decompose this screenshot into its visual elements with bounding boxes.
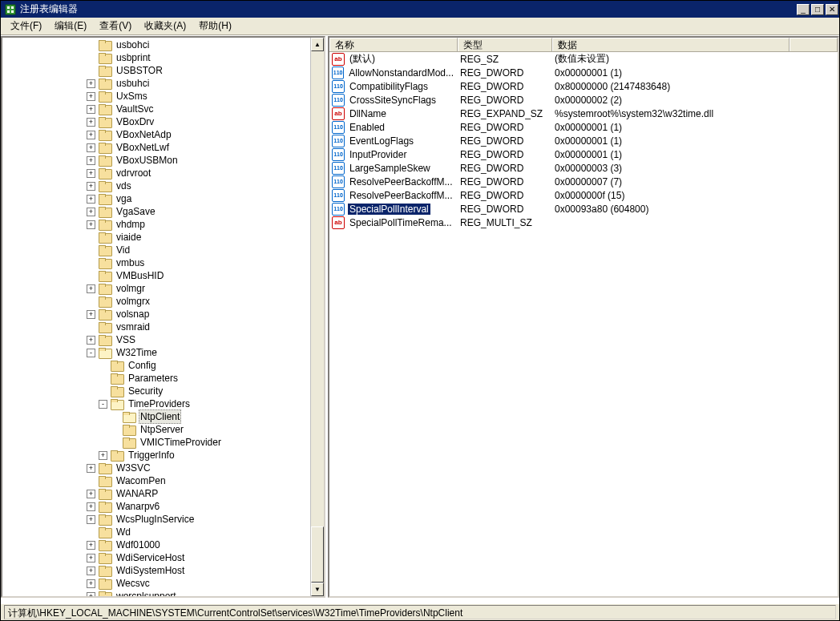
list-row[interactable]: 110CrossSiteSyncFlagsREG_DWORD0x00000002… xyxy=(329,93,838,107)
list-body[interactable]: ab(默认)REG_SZ(数值未设置)110AllowNonstandardMo… xyxy=(329,52,838,229)
list-row[interactable]: 110ResolvePeerBackoffM...REG_DWORD0x0000… xyxy=(329,188,838,202)
expand-icon[interactable]: + xyxy=(87,567,95,575)
expand-icon[interactable]: + xyxy=(87,336,95,345)
tree-item[interactable]: vsmraid xyxy=(2,321,324,333)
tree-item[interactable]: +volmgr xyxy=(2,282,324,295)
expand-icon[interactable]: + xyxy=(87,515,95,524)
menu-item[interactable]: 编辑(E) xyxy=(48,18,93,34)
expand-icon[interactable]: + xyxy=(99,451,107,460)
list-row[interactable]: 110SpecialPollIntervalREG_DWORD0x00093a8… xyxy=(329,202,838,216)
list-row[interactable]: abDllNameREG_EXPAND_SZ%systemroot%\syste… xyxy=(329,107,838,120)
expand-icon[interactable]: + xyxy=(87,592,95,597)
expand-icon[interactable]: + xyxy=(87,502,95,511)
collapse-icon[interactable]: - xyxy=(87,349,95,357)
expand-icon[interactable]: + xyxy=(87,105,95,114)
scroll-thumb[interactable] xyxy=(311,526,324,583)
list-row[interactable]: 110LargeSampleSkewREG_DWORD0x00000003 (3… xyxy=(329,161,838,175)
expand-icon[interactable]: + xyxy=(87,118,95,127)
tree-item[interactable]: +VBoxNetLwf xyxy=(2,141,324,154)
expand-icon[interactable]: + xyxy=(87,208,95,216)
tree-item[interactable]: +VBoxNetAdp xyxy=(2,128,324,141)
column-header[interactable]: 名称 xyxy=(329,38,458,51)
tree-item[interactable]: NtpServer xyxy=(2,423,324,436)
tree-item[interactable]: +WANARP xyxy=(2,487,324,500)
tree-item[interactable]: usbprint xyxy=(2,51,324,64)
tree-item[interactable]: +WdiSystemHost xyxy=(2,564,324,577)
tree-item[interactable]: +volsnap xyxy=(2,308,324,321)
expand-icon[interactable]: + xyxy=(87,310,95,319)
maximize-button[interactable]: □ xyxy=(811,4,824,15)
expand-icon[interactable]: + xyxy=(87,490,95,498)
tree-item[interactable]: VMBusHID xyxy=(2,269,324,282)
list-pane[interactable]: 名称类型数据 ab(默认)REG_SZ(数值未设置)110AllowNonsta… xyxy=(328,36,839,598)
expand-icon[interactable]: + xyxy=(87,541,95,550)
tree-pane[interactable]: usbohciusbprintUSBSTOR+usbuhci+UxSms+Vau… xyxy=(1,36,325,598)
tree-scrollbar[interactable]: ▲ ▼ xyxy=(310,38,324,596)
tree-item[interactable]: NtpClient xyxy=(2,410,324,423)
tree-item[interactable]: +WdiServiceHost xyxy=(2,551,324,564)
tree-item[interactable]: vmbus xyxy=(2,256,324,269)
menu-item[interactable]: 查看(V) xyxy=(93,18,138,34)
tree-item[interactable]: -TimeProviders xyxy=(2,397,324,410)
tree-item[interactable]: +UxSms xyxy=(2,90,324,103)
expand-icon[interactable]: + xyxy=(87,169,95,178)
tree-item[interactable]: +VgaSave xyxy=(2,205,324,218)
tree-item[interactable]: +TriggerInfo xyxy=(2,449,324,462)
list-row[interactable]: 110CompatibilityFlagsREG_DWORD0x80000000… xyxy=(329,79,838,93)
tree[interactable]: usbohciusbprintUSBSTOR+usbuhci+UxSms+Vau… xyxy=(2,38,324,596)
tree-item[interactable]: viaide xyxy=(2,231,324,244)
tree-item[interactable]: +VaultSvc xyxy=(2,103,324,115)
expand-icon[interactable]: + xyxy=(87,464,95,473)
tree-item[interactable]: +VSS xyxy=(2,333,324,346)
list-row[interactable]: 110EnabledREG_DWORD0x00000001 (1) xyxy=(329,120,838,134)
expand-icon[interactable]: + xyxy=(87,92,95,101)
tree-item[interactable]: Vid xyxy=(2,244,324,256)
menu-item[interactable]: 收藏夹(A) xyxy=(138,18,192,34)
list-row[interactable]: 110EventLogFlagsREG_DWORD0x00000001 (1) xyxy=(329,134,838,147)
tree-item[interactable]: -W32Time xyxy=(2,346,324,359)
tree-item[interactable]: +wercplsupport xyxy=(2,590,324,596)
menu-item[interactable]: 文件(F) xyxy=(4,18,48,34)
column-header[interactable]: 类型 xyxy=(458,38,552,51)
tree-item[interactable]: +vhdmp xyxy=(2,218,324,231)
expand-icon[interactable]: + xyxy=(87,195,95,204)
scroll-up-button[interactable]: ▲ xyxy=(311,38,324,51)
tree-item[interactable]: Parameters xyxy=(2,372,324,385)
tree-item[interactable]: +vds xyxy=(2,179,324,192)
expand-icon[interactable]: + xyxy=(87,79,95,88)
tree-item[interactable]: VMICTimeProvider xyxy=(2,436,324,449)
expand-icon[interactable]: + xyxy=(87,131,95,139)
expand-icon[interactable]: + xyxy=(87,579,95,588)
tree-item[interactable]: +vga xyxy=(2,192,324,205)
tree-item[interactable]: Wd xyxy=(2,526,324,538)
tree-item[interactable]: +Wdf01000 xyxy=(2,538,324,551)
tree-item[interactable]: WacomPen xyxy=(2,474,324,487)
tree-item[interactable]: USBSTOR xyxy=(2,64,324,77)
tree-item[interactable]: +Wecsvc xyxy=(2,577,324,590)
minimize-button[interactable]: _ xyxy=(797,4,810,15)
expand-icon[interactable]: + xyxy=(87,156,95,165)
expand-icon[interactable]: + xyxy=(87,284,95,293)
expand-icon[interactable]: + xyxy=(87,143,95,152)
expand-icon[interactable]: + xyxy=(87,554,95,563)
column-header[interactable]: 数据 xyxy=(552,38,790,51)
list-row[interactable]: 110InputProviderREG_DWORD0x00000001 (1) xyxy=(329,147,838,161)
menu-item[interactable]: 帮助(H) xyxy=(192,18,238,34)
expand-icon[interactable]: + xyxy=(87,182,95,191)
scroll-down-button[interactable]: ▼ xyxy=(311,583,324,596)
tree-item[interactable]: usbohci xyxy=(2,38,324,51)
tree-item[interactable]: +Wanarpv6 xyxy=(2,500,324,513)
tree-item[interactable]: +W3SVC xyxy=(2,462,324,474)
list-row[interactable]: ab(默认)REG_SZ(数值未设置) xyxy=(329,52,838,66)
tree-item[interactable]: Config xyxy=(2,359,324,372)
list-row[interactable]: 110ResolvePeerBackoffM...REG_DWORD0x0000… xyxy=(329,175,838,188)
tree-item[interactable]: volmgrx xyxy=(2,295,324,308)
tree-item[interactable]: Security xyxy=(2,385,324,397)
collapse-icon[interactable]: - xyxy=(99,400,107,409)
tree-item[interactable]: +VBoxUSBMon xyxy=(2,154,324,167)
list-row[interactable]: 110AllowNonstandardMod...REG_DWORD0x0000… xyxy=(329,66,838,79)
tree-item[interactable]: +vdrvroot xyxy=(2,167,324,179)
tree-item[interactable]: +usbuhci xyxy=(2,77,324,90)
tree-item[interactable]: +WcsPlugInService xyxy=(2,513,324,526)
list-row[interactable]: abSpecialPollTimeRema...REG_MULTI_SZ xyxy=(329,216,838,229)
